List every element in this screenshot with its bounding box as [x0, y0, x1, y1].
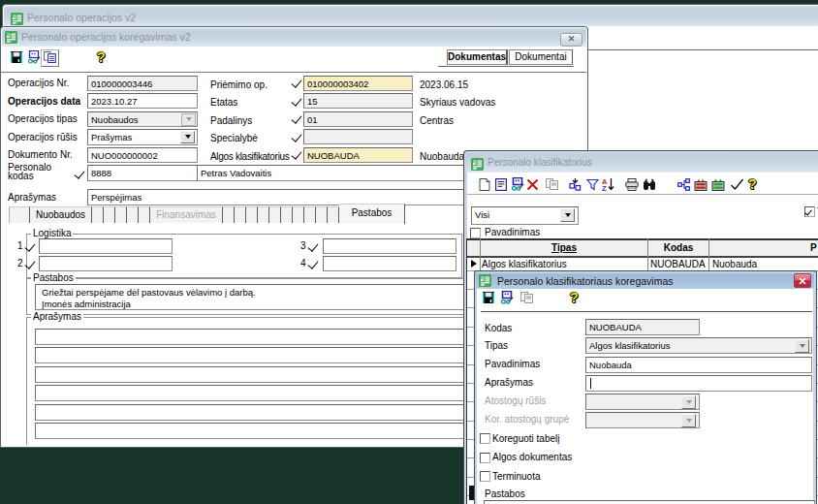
svg-text:Z: Z: [602, 184, 607, 192]
